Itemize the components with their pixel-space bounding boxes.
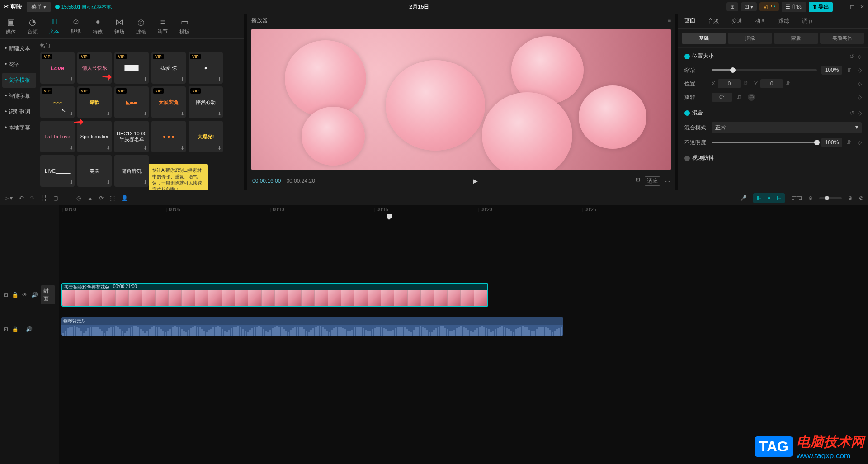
text-template-asset[interactable]: VIP我爱 你⬇ [151,52,186,84]
audio-clip[interactable]: 钢琴背景乐 [61,317,563,336]
track-mute-icon[interactable]: 🔊 [31,292,38,298]
track-lock-icon[interactable]: 🔒 [12,326,19,332]
inspector-tab[interactable]: 调节 [796,14,819,28]
inspector-subtab[interactable]: 蒙版 [774,33,818,44]
download-icon[interactable]: ⬇ [143,111,147,117]
download-icon[interactable]: ⬇ [69,111,73,117]
keyframe-icon[interactable]: ◇ [858,53,862,60]
text-template-asset[interactable]: VIP情人节快乐⬇ [77,52,112,84]
reset-icon[interactable]: ↺ [849,53,854,60]
media-tab-调节[interactable]: ≡调节 [152,14,174,38]
zoom-out-button[interactable]: ⊖ [808,195,813,201]
inspector-tab[interactable]: 画面 [678,14,702,28]
reset-icon[interactable]: ↺ [849,110,854,116]
ratio-button[interactable]: 适应 [645,176,660,186]
menu-button[interactable]: 菜单 ▾ [27,2,51,12]
rotation-value[interactable]: 0° [712,93,732,102]
scale-slider[interactable] [712,69,817,71]
text-template-asset[interactable]: 大曝光!⬇ [189,121,223,152]
video-preview[interactable] [251,29,671,170]
checkbox-off-icon[interactable] [684,156,690,161]
undo-button[interactable]: ↶ [19,195,24,201]
spinner-icon[interactable]: ⇵ [847,67,853,73]
snap-toggle-group[interactable]: ⊪✦⊩ [753,193,785,203]
media-tab-文本[interactable]: TI文本 [43,14,65,38]
keyframe-icon[interactable]: ◇ [858,80,862,87]
download-icon[interactable]: ⬇ [180,145,184,151]
media-tab-特效[interactable]: ✦特效 [87,14,108,38]
delete-button[interactable]: ▢ [53,195,58,201]
download-icon[interactable]: ⬇ [217,145,222,151]
position-x-input[interactable]: 0 [718,79,741,88]
select-tool[interactable]: ▷ ▾ [5,195,13,201]
download-icon[interactable]: ⬇ [217,76,222,82]
blend-mode-select[interactable]: 正常▾ [712,122,862,133]
inspector-subtab[interactable]: 美颜美体 [820,33,864,44]
inspector-tab[interactable]: 动画 [749,14,772,28]
download-icon[interactable]: ⬇ [106,180,110,185]
inspector-subtab[interactable]: 基础 [682,33,726,44]
text-template-asset[interactable]: VIP●⬇ [189,52,223,84]
track-settings-icon[interactable]: ⊡ [4,292,8,298]
track-lock-icon[interactable]: 🔒 [12,292,19,298]
position-y-input[interactable]: 0 [760,79,783,88]
media-tab-转场[interactable]: ⋈转场 [108,14,130,38]
zoom-slider[interactable] [819,197,842,199]
inspector-tab[interactable]: 跟踪 [772,14,796,28]
text-template-asset[interactable]: LIVE▁▁▁▁⬇ [40,155,75,187]
cover-button[interactable]: 封面 [41,285,55,304]
minimize-icon[interactable]: — [839,4,844,10]
sidebar-item[interactable]: • 识别歌词 [2,104,36,119]
timeline-ruler[interactable]: | 00:00| 00:05| 00:10| 00:15| 00:20| 00:… [59,205,868,215]
track-settings-icon[interactable]: ⊡ [4,326,8,332]
text-template-asset[interactable]: 嘴角暗沉⬇ [114,155,149,187]
crop-left-tool[interactable]: ⫟ [65,195,70,201]
download-icon[interactable]: ⬇ [69,76,73,82]
export-button[interactable]: ⬆ 导出 [809,2,833,12]
review-button[interactable]: ☰ 审阅 [782,2,806,12]
video-clip[interactable]: 实景拍摄粉色樱花花朵00:00:21:00 [61,283,488,307]
text-template-asset[interactable]: Sportsmaker⬇ [77,121,112,152]
download-icon[interactable]: ⬇ [106,145,110,151]
fullscreen-icon[interactable]: ⛶ [665,176,670,186]
inspector-tab[interactable]: 变速 [725,14,749,28]
track-mute-icon[interactable]: 🔊 [26,326,33,332]
redo-button[interactable]: ↷ [30,195,34,201]
maximize-icon[interactable]: ◻ [850,4,854,10]
sidebar-item[interactable]: • 本地字幕 [2,120,36,135]
download-icon[interactable]: ⬇ [180,76,184,82]
text-template-asset[interactable]: VIP⌢⌢⌢⬇ [40,86,75,118]
text-template-asset[interactable]: VIP大展宏兔⬇ [151,86,186,118]
crop-tool[interactable]: ⬚ [110,195,115,201]
playhead[interactable] [389,215,389,459]
opacity-slider[interactable] [712,142,817,143]
text-template-asset[interactable]: DEC12 10:00 半决赛名单⬇ [114,121,149,152]
layout-1-button[interactable]: ⊞ [726,2,738,11]
keyframe-icon[interactable]: ◇ [858,110,862,116]
close-icon[interactable]: ✕ [860,4,864,10]
track-visible-icon[interactable]: 👁 [22,292,28,298]
ai-tool[interactable]: 👤 [121,195,128,201]
mirror-tool[interactable]: ▲ [87,195,93,201]
sidebar-item[interactable]: • 智能字幕 [2,89,36,104]
download-icon[interactable]: ⬇ [217,111,222,117]
media-tab-模板[interactable]: ▭模板 [174,14,195,38]
checkbox-on-icon[interactable] [684,110,690,116]
media-tab-音频[interactable]: ◔音频 [22,14,43,38]
keyframe-icon[interactable]: ◇ [858,67,862,73]
media-tab-滤镜[interactable]: ◎滤镜 [130,14,152,38]
text-template-asset[interactable]: VIPLove⬇ [40,52,75,84]
sidebar-item[interactable]: • 新建文本 [2,41,36,56]
text-template-asset[interactable]: VIP◣▰▰⬇ [114,86,149,118]
sidebar-item[interactable]: • 文字模板 [2,73,36,88]
text-template-asset[interactable]: VIP怦然心动⬇ [189,86,223,118]
inspector-subtab[interactable]: 抠像 [728,33,772,44]
crop-icon[interactable]: ⊡ [636,176,640,186]
align-tool[interactable]: ⫍⫎ [791,195,802,201]
text-template-asset[interactable]: VIP爆款⬇ [77,86,112,118]
media-tab-媒体[interactable]: ▣媒体 [0,14,22,38]
keyframe-icon[interactable]: ◇ [858,94,862,100]
download-icon[interactable]: ⬇ [143,145,147,151]
keyframe-icon[interactable]: ◇ [858,139,862,146]
text-template-asset[interactable]: 美哭⬇ [77,155,112,187]
